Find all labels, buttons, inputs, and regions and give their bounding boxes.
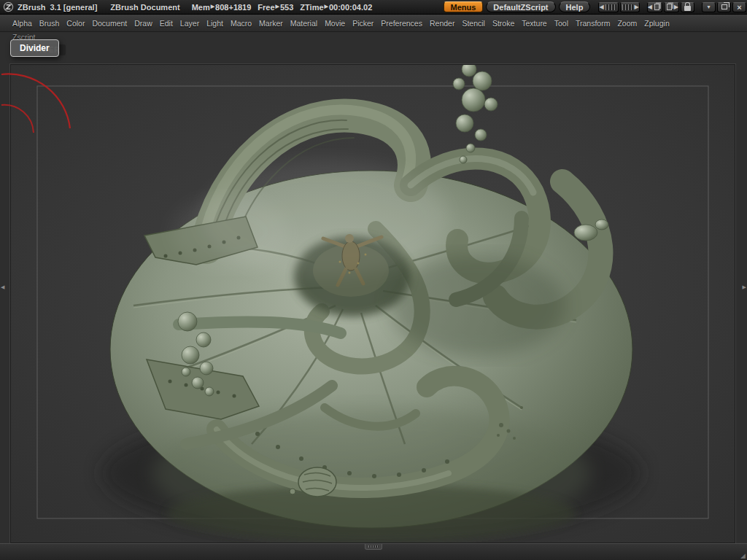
menubar-item[interactable]: Material xyxy=(287,19,321,28)
left-arrow-icon: ◀ xyxy=(648,4,652,10)
document-title: ZBrush Document xyxy=(110,3,179,12)
scroll-left-button[interactable]: ◀ xyxy=(598,2,618,12)
app-version: 3.1 [general] xyxy=(50,3,98,12)
stat-value: 553 xyxy=(280,3,293,12)
menubar-item[interactable]: Document xyxy=(88,19,131,28)
chevron-down-icon: ▾ xyxy=(707,4,710,10)
restore-button[interactable] xyxy=(717,2,731,12)
document-pages-icon xyxy=(667,4,672,10)
app-name: ZBrush xyxy=(18,3,46,12)
menubar-item[interactable]: Render xyxy=(426,19,458,28)
document-canvas[interactable] xyxy=(10,64,735,543)
sculpture-svg xyxy=(11,65,735,542)
zbrush-logo-icon xyxy=(3,1,14,12)
titlebar-stat: Free ▶ 553 xyxy=(258,3,293,12)
menubar-item[interactable]: Light xyxy=(203,19,227,28)
menubar-item[interactable]: Picker xyxy=(349,19,377,28)
menus-button[interactable]: Menus xyxy=(444,1,484,12)
menubar-item[interactable]: Tool xyxy=(551,19,572,28)
menubar-item[interactable]: Zplugin xyxy=(640,19,673,28)
menubar-item[interactable]: Layer xyxy=(177,19,203,28)
right-edge-arrow-icon[interactable]: ▶ xyxy=(743,284,746,289)
stat-arrow-icon: ▶ xyxy=(325,4,328,9)
menubar-item[interactable]: Alpha xyxy=(9,19,36,28)
titlebar: ZBrush 3.1 [general] ZBrush Document Mem… xyxy=(0,0,747,15)
menubar-item[interactable]: Brush xyxy=(36,19,63,28)
menubar-item[interactable]: Zoom xyxy=(614,19,640,28)
stat-label: ZTime xyxy=(300,3,323,12)
menubar-item[interactable]: Preferences xyxy=(377,19,426,28)
right-arrow-icon: ▶ xyxy=(674,4,678,10)
scroll-right-button[interactable]: ▶ xyxy=(620,2,640,12)
menubar-item[interactable]: Macro xyxy=(227,19,255,28)
menubar-item[interactable]: Stencil xyxy=(458,19,489,28)
lock-icon xyxy=(684,6,691,11)
stat-label: Free xyxy=(258,3,274,12)
divider-tooltip: Divider xyxy=(10,39,59,57)
menubar-item[interactable]: Stroke xyxy=(489,19,518,28)
pages-right-button[interactable]: ▶ xyxy=(664,2,679,12)
close-button[interactable]: × xyxy=(732,2,746,12)
default-zscript-button[interactable]: DefaultZScript xyxy=(486,1,555,12)
stat-value: 808+1819 xyxy=(215,3,251,12)
stat-label: Mem xyxy=(192,3,210,12)
titlebar-stat: Mem ▶ 808+1819 xyxy=(192,3,252,12)
lock-button[interactable] xyxy=(681,2,694,12)
titlebar-stat: ZTime ▶ 00:00:04.02 xyxy=(300,3,372,12)
menubar: Alpha Brush Color Document Draw Edit Lay… xyxy=(0,15,747,32)
left-edge-arrow-icon[interactable]: ◀ xyxy=(1,284,4,289)
stat-arrow-icon: ▶ xyxy=(276,4,279,9)
menubar-item[interactable]: Draw xyxy=(131,19,156,28)
stat-value: 00:00:04.02 xyxy=(329,3,372,12)
minimize-button[interactable]: ▾ xyxy=(702,2,716,12)
tray-drag-handle[interactable] xyxy=(365,544,382,550)
resize-grip-icon[interactable]: ◢ xyxy=(740,552,746,559)
ribbed-slider-icon xyxy=(622,4,633,10)
close-icon: × xyxy=(737,3,741,12)
bottom-tray xyxy=(0,543,747,560)
menubar-item[interactable]: Color xyxy=(63,19,88,28)
help-button[interactable]: Help xyxy=(559,1,591,12)
menubar-item[interactable]: Marker xyxy=(255,19,287,28)
menubar-item[interactable]: Texture xyxy=(518,19,550,28)
pages-left-button[interactable]: ◀ xyxy=(647,2,662,12)
zbrush-window: ZBrush 3.1 [general] ZBrush Document Mem… xyxy=(0,0,747,560)
titlebar-stats: Mem ▶ 808+1819 Free ▶ 553 ZTime ▶ 00:00:… xyxy=(192,3,373,12)
stat-arrow-icon: ▶ xyxy=(211,4,214,9)
restore-icon xyxy=(721,4,727,9)
left-arrow-icon: ◀ xyxy=(599,4,603,10)
ribbed-slider-icon xyxy=(605,4,616,10)
menubar-item[interactable]: Movie xyxy=(321,19,349,28)
right-arrow-icon: ▶ xyxy=(635,4,639,10)
menubar-item[interactable]: Edit xyxy=(156,19,177,28)
document-pages-icon xyxy=(654,4,659,10)
menubar-item[interactable]: Transform xyxy=(572,19,614,28)
